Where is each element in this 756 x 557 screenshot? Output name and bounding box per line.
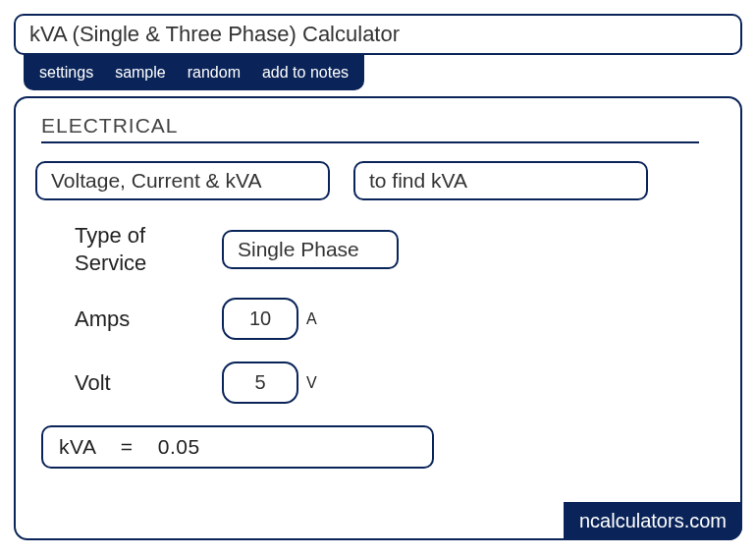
- tab-settings[interactable]: settings: [39, 64, 93, 82]
- volt-unit: V: [306, 374, 317, 392]
- tabs-bar: settings sample random add to notes: [24, 55, 364, 90]
- amps-label: Amps: [75, 306, 222, 333]
- service-type-label: Type of Service: [75, 222, 222, 276]
- result-box: kVA = 0.05: [41, 425, 434, 469]
- tab-sample[interactable]: sample: [115, 64, 166, 82]
- service-type-select[interactable]: Single Phase: [222, 230, 399, 269]
- result-label: kVA: [59, 435, 95, 458]
- volt-label: Volt: [75, 369, 222, 397]
- result-eq: =: [121, 435, 134, 458]
- select-quantity[interactable]: Voltage, Current & kVA: [35, 161, 330, 200]
- amps-input[interactable]: 10: [222, 298, 298, 340]
- tab-add-to-notes[interactable]: add to notes: [262, 64, 349, 82]
- page-title: kVA (Single & Three Phase) Calculator: [14, 14, 742, 55]
- calculator-panel: ELECTRICAL Voltage, Current & kVA to fin…: [14, 96, 742, 540]
- amps-unit: A: [306, 310, 317, 328]
- section-title: ELECTRICAL: [41, 114, 699, 143]
- tab-random[interactable]: random: [188, 64, 241, 82]
- volt-input[interactable]: 5: [222, 362, 298, 404]
- select-target[interactable]: to find kVA: [353, 161, 648, 200]
- result-value: 0.05: [158, 435, 200, 458]
- brand-badge: ncalculators.com: [564, 502, 742, 540]
